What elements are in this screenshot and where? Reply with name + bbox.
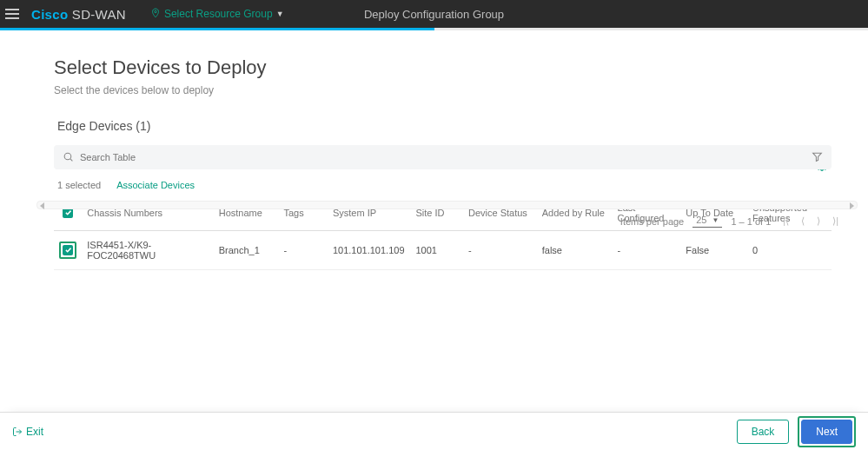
exit-button[interactable]: Exit: [12, 426, 43, 438]
selection-meta: 1 selected Associate Devices: [57, 180, 832, 190]
cell-system-ip: 101.101.101.109: [328, 231, 410, 270]
associate-devices-link[interactable]: Associate Devices: [116, 180, 195, 190]
next-label: Next: [816, 426, 838, 438]
svg-marker-4: [813, 153, 822, 161]
cell-device-status: -: [463, 231, 537, 270]
items-per-page-label: Items per page: [620, 216, 684, 227]
pagination: Items per page 25 ▼ 1 – 1 of 1 |⟨ ⟨ ⟩ ⟩|: [620, 214, 842, 228]
filter-icon[interactable]: [812, 151, 823, 165]
top-bar: Cisco SD-WAN Select Resource Group ▼ Dep…: [0, 0, 868, 28]
back-button[interactable]: Back: [737, 420, 790, 444]
footer-bar: Exit Back Next: [0, 412, 868, 450]
page-subtitle: Select the devices below to deploy: [54, 84, 832, 96]
cell-unsupported: 0: [747, 231, 832, 270]
main-content: Select Devices to Deploy Select the devi…: [0, 30, 868, 270]
cell-up-to-date: False: [680, 231, 747, 270]
pager-nav: |⟨ ⟨ ⟩ ⟩|: [779, 214, 842, 228]
next-button[interactable]: Next: [801, 420, 852, 444]
menu-icon[interactable]: [5, 9, 23, 19]
cell-hostname: Branch_1: [214, 231, 279, 270]
section-title: Edge Devices (1): [57, 119, 832, 133]
items-per-page-value: 25: [696, 215, 706, 225]
cell-last-configured: -: [613, 231, 681, 270]
caret-down-icon: ▼: [276, 10, 284, 18]
cell-added-by-rule: false: [537, 231, 613, 270]
page-title: Select Devices to Deploy: [54, 56, 832, 79]
search-bar: [54, 145, 832, 169]
svg-line-3: [70, 159, 72, 161]
cell-tags: -: [278, 231, 328, 270]
resource-group-dropdown[interactable]: Select Resource Group ▼: [150, 7, 284, 22]
svg-point-0: [155, 10, 157, 13]
pin-icon: [150, 7, 161, 22]
brand-sub: SD-WAN: [72, 7, 126, 22]
row-checkbox-highlight: [59, 242, 76, 260]
cell-chassis: ISR4451-X/K9-FOC20468TWU: [82, 231, 213, 270]
next-button-highlight: Next: [798, 416, 856, 447]
horizontal-scrollbar[interactable]: [36, 201, 858, 209]
last-page-icon[interactable]: ⟩|: [829, 214, 842, 228]
svg-point-2: [64, 153, 71, 160]
selected-count: 1 selected: [57, 180, 101, 190]
items-per-page-select[interactable]: 25 ▼: [692, 215, 722, 228]
next-page-icon[interactable]: ⟩: [813, 214, 824, 228]
search-input[interactable]: [80, 152, 802, 162]
exit-label: Exit: [26, 426, 43, 438]
brand-main: Cisco: [31, 7, 68, 22]
page-header-title: Deploy Configuration Group: [364, 8, 504, 21]
row-checkbox[interactable]: [63, 245, 73, 255]
first-page-icon[interactable]: |⟨: [779, 214, 792, 228]
brand-logo: Cisco SD-WAN: [31, 7, 126, 22]
prev-page-icon[interactable]: ⟨: [798, 214, 808, 228]
chevron-down-icon: ▼: [712, 216, 719, 224]
resource-group-label: Select Resource Group: [164, 8, 273, 20]
search-icon: [63, 151, 74, 165]
back-label: Back: [752, 426, 775, 438]
table-row[interactable]: ISR4451-X/K9-FOC20468TWU Branch_1 - 101.…: [54, 231, 832, 270]
cell-site-id: 1001: [410, 231, 463, 270]
page-range: 1 – 1 of 1: [731, 216, 771, 227]
